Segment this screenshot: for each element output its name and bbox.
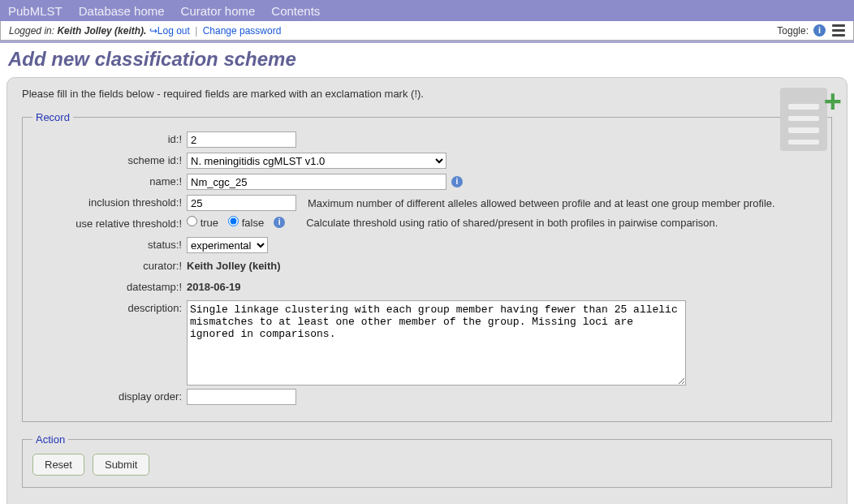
record-fieldset: Record id:! scheme id:! N. meningitidis … (22, 111, 832, 422)
description-textarea[interactable] (187, 300, 686, 386)
description-label: description: (32, 300, 187, 314)
relative-threshold-hint: Calculate threshold using ratio of share… (306, 217, 718, 229)
datestamp-value: 2018-06-19 (187, 279, 241, 293)
info-icon[interactable]: i (451, 176, 463, 187)
menu-icon[interactable] (832, 24, 845, 37)
relative-false-option[interactable]: false (228, 216, 264, 229)
display-order-label: display order: (32, 389, 187, 403)
name-label: name:! (32, 174, 187, 187)
nav-curator-home[interactable]: Curator home (181, 4, 256, 18)
name-input[interactable] (187, 174, 446, 190)
plus-icon: + (824, 86, 842, 117)
inclusion-threshold-label: inclusion threshold:! (32, 195, 187, 209)
user-bar: Logged in: Keith Jolley (keith). ↪Log ou… (0, 21, 854, 41)
add-document-icon: + (780, 88, 837, 153)
inclusion-threshold-hint: Maximum number of different alleles allo… (308, 197, 775, 209)
relative-true-option[interactable]: true (187, 216, 218, 229)
reset-button[interactable]: Reset (32, 454, 84, 476)
top-nav: PubMLST Database home Curator home Conte… (0, 0, 854, 21)
curator-label: curator:! (32, 258, 187, 272)
nav-database-home[interactable]: Database home (79, 4, 165, 18)
user-display: Keith Jolley (keith). (57, 25, 146, 37)
record-legend: Record (32, 111, 73, 123)
relative-true-radio[interactable] (187, 216, 197, 226)
display-order-input[interactable] (187, 389, 296, 405)
datestamp-label: datestamp:! (32, 279, 187, 293)
nav-contents[interactable]: Contents (271, 4, 320, 18)
scheme-id-select[interactable]: N. meningitidis cgMLST v1.0 (187, 153, 446, 169)
submit-button[interactable]: Submit (93, 454, 149, 476)
curator-value: Keith Jolley (keith) (187, 258, 281, 272)
info-toggle-icon[interactable]: i (813, 24, 826, 37)
logout-link[interactable]: ↪Log out (149, 25, 190, 37)
status-label: status:! (32, 237, 187, 251)
form-panel: + Please fill in the fields below - requ… (6, 77, 848, 504)
toggle-label: Toggle: (777, 25, 809, 37)
id-input[interactable] (187, 131, 296, 148)
action-legend: Action (32, 433, 68, 446)
action-fieldset: Action Reset Submit (22, 433, 832, 488)
page-title: Add new classification scheme (0, 43, 854, 77)
relative-false-radio[interactable] (228, 216, 239, 226)
logout-icon: ↪ (149, 25, 157, 37)
id-label: id:! (32, 131, 187, 145)
logged-in-label: Logged in: (9, 25, 54, 37)
info-icon[interactable]: i (274, 217, 285, 228)
status-select[interactable]: experimental (187, 237, 268, 253)
scheme-id-label: scheme id:! (32, 153, 187, 166)
change-password-link[interactable]: Change password (203, 25, 282, 37)
relative-threshold-label: use relative threshold:! (32, 216, 187, 230)
nav-pubmlst[interactable]: PubMLST (8, 4, 63, 18)
inclusion-threshold-input[interactable] (187, 195, 296, 211)
intro-text: Please fill in the fields below - requir… (22, 88, 832, 100)
